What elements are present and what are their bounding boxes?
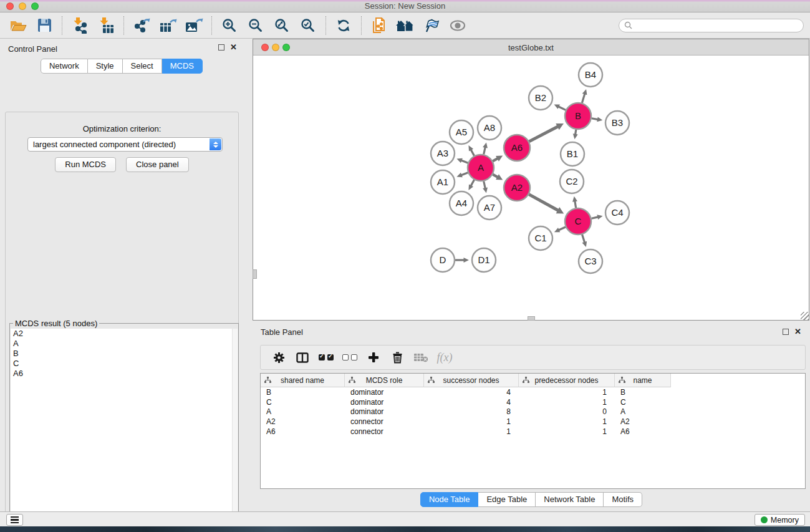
graph-node-A7[interactable]: A7: [478, 196, 501, 220]
import-table-button[interactable]: [93, 14, 119, 37]
graph-node-C3[interactable]: C3: [579, 249, 602, 273]
graph-edge-C-C4[interactable]: [591, 217, 598, 218]
duplicate-network-button[interactable]: [366, 14, 392, 37]
export-image-button[interactable]: [181, 14, 207, 37]
search-input[interactable]: [635, 21, 798, 30]
network-canvas[interactable]: B4B2BB3A8A5A6A3B1AC2A1A2A4A7C4CC1DD1C3: [253, 56, 809, 320]
export-table-button[interactable]: [155, 14, 181, 37]
graph-node-A5[interactable]: A5: [450, 120, 473, 144]
import-network-button[interactable]: [67, 14, 93, 37]
tab-network[interactable]: Network: [41, 59, 88, 74]
result-scrollbar[interactable]: [232, 329, 238, 532]
table-cell[interactable]: C: [615, 398, 671, 407]
table-cell[interactable]: B: [615, 388, 671, 397]
table-cell[interactable]: 1: [519, 427, 615, 436]
table-cell[interactable]: A2: [261, 417, 345, 426]
table-cell[interactable]: 0: [519, 407, 615, 416]
table-cell[interactable]: connector: [345, 417, 424, 426]
vertical-scrollbar-thumb[interactable]: [253, 269, 257, 279]
result-item[interactable]: A6: [11, 369, 238, 379]
graph-edge-A6-B[interactable]: [529, 127, 558, 142]
network-window-titlebar[interactable]: testGlobe.txt: [253, 39, 809, 56]
graph-node-A6[interactable]: A6: [504, 135, 530, 161]
zoom-in-button[interactable]: [216, 14, 243, 37]
refresh-view-button[interactable]: [330, 14, 357, 37]
graph-edge-B-B3[interactable]: [592, 118, 598, 120]
table-cell[interactable]: A6: [261, 427, 345, 436]
graph-edge-B-B2[interactable]: [558, 107, 566, 110]
table-cell[interactable]: B: [261, 388, 345, 397]
tab-network-table[interactable]: Network Table: [536, 492, 604, 507]
table-float-panel-icon[interactable]: [783, 329, 789, 335]
save-session-button[interactable]: [31, 14, 57, 37]
graph-node-D1[interactable]: D1: [472, 248, 496, 272]
delete-column-button[interactable]: [385, 347, 409, 367]
column-header-successor-nodes[interactable]: successor nodes: [424, 374, 519, 387]
graph-edge-B-B1[interactable]: [576, 130, 576, 135]
table-cell[interactable]: 4: [424, 398, 519, 407]
table-cell[interactable]: C: [261, 398, 345, 407]
graph-node-A2[interactable]: A2: [504, 175, 530, 201]
table-cell[interactable]: 1: [424, 417, 519, 426]
column-header-name[interactable]: name: [615, 374, 671, 387]
homes-button[interactable]: [392, 14, 418, 37]
graph-node-C4[interactable]: C4: [605, 201, 629, 225]
zoom-selected-button[interactable]: [295, 14, 321, 37]
task-history-button[interactable]: [6, 514, 23, 526]
table-cell[interactable]: A: [615, 407, 671, 416]
table-cell[interactable]: 1: [519, 398, 615, 407]
graph-edge-C-C3[interactable]: [582, 235, 585, 243]
table-cell[interactable]: 4: [424, 388, 519, 397]
column-header-shared-name[interactable]: shared name: [261, 374, 345, 387]
function-builder-button[interactable]: f(x): [433, 347, 456, 367]
unselect-all-columns-button[interactable]: [338, 347, 362, 367]
open-file-button[interactable]: [5, 14, 31, 37]
table-cell[interactable]: 1: [519, 417, 615, 426]
table-cell[interactable]: A2: [615, 417, 671, 426]
graph-edge-A-A8[interactable]: [484, 147, 486, 155]
graph-edge-B-B4[interactable]: [582, 94, 584, 103]
table-row[interactable]: Adominator80A: [261, 407, 805, 417]
graph-edge-A-A1[interactable]: [461, 173, 468, 175]
graph-edge-C-C1[interactable]: [559, 227, 566, 230]
graph-node-B[interactable]: B: [565, 103, 591, 129]
graph-node-C2[interactable]: C2: [560, 170, 584, 193]
graph-node-A3[interactable]: A3: [431, 142, 455, 165]
table-cell[interactable]: connector: [345, 427, 424, 436]
table-close-panel-icon[interactable]: ✕: [794, 328, 801, 335]
tab-edge-table[interactable]: Edge Table: [478, 492, 536, 507]
table-row[interactable]: Bdominator41B: [261, 387, 805, 397]
tab-mcds[interactable]: MCDS: [162, 59, 203, 74]
zoom-fit-button[interactable]: [269, 14, 295, 37]
result-item[interactable]: A: [11, 339, 238, 349]
table-cell[interactable]: 1: [424, 427, 519, 436]
table-cell[interactable]: A: [261, 407, 345, 416]
show-column-panel-button[interactable]: [291, 347, 314, 367]
run-mcds-button[interactable]: Run MCDS: [55, 157, 116, 172]
column-header-predecessor-nodes[interactable]: predecessor nodes: [519, 374, 615, 387]
table-cell[interactable]: 1: [519, 388, 615, 397]
graph-node-A8[interactable]: A8: [478, 116, 501, 140]
eye-button[interactable]: [445, 14, 471, 37]
graph-node-B1[interactable]: B1: [561, 142, 584, 166]
graph-node-A4[interactable]: A4: [450, 191, 473, 215]
graph-node-A1[interactable]: A1: [431, 170, 455, 194]
optimization-criterion-select[interactable]: largest connected component (directed): [27, 137, 223, 152]
table-row[interactable]: A2connector11A2: [261, 417, 805, 427]
graph-edge-C-C2[interactable]: [575, 201, 576, 208]
table-cell[interactable]: 8: [424, 407, 519, 416]
export-network-button[interactable]: [128, 14, 155, 37]
table-row[interactable]: A6connector11A6: [261, 427, 805, 437]
node-table[interactable]: shared nameMCDS rolesuccessor nodesprede…: [260, 373, 806, 489]
tab-style[interactable]: Style: [88, 59, 123, 74]
close-panel-button[interactable]: Close panel: [126, 157, 189, 172]
graph-edge-A2-C[interactable]: [529, 195, 558, 211]
result-item[interactable]: A2: [11, 329, 238, 339]
result-item[interactable]: B: [11, 349, 238, 359]
graph-edge-A-A6[interactable]: [493, 158, 498, 161]
table-cell[interactable]: A6: [615, 427, 671, 436]
close-panel-icon[interactable]: ✕: [230, 44, 237, 51]
tab-select[interactable]: Select: [123, 59, 162, 74]
result-item[interactable]: C: [11, 359, 238, 369]
flag-button[interactable]: [418, 14, 445, 37]
